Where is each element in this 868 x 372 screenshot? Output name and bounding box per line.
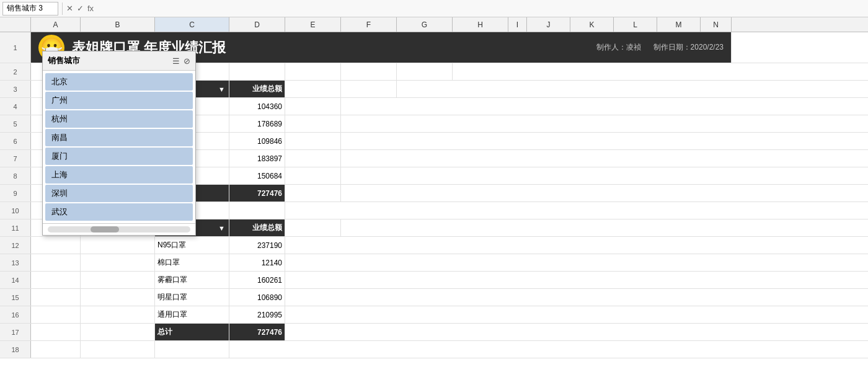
row-14: 14 雾霾口罩 160261 bbox=[0, 272, 868, 289]
corner-cell bbox=[0, 17, 31, 32]
grid-body: 1 😷 表姐牌口罩 年度业绩汇报 制作人：凌祯 制作日期：2020/2/23 2 bbox=[0, 32, 868, 372]
pivot1-filter-icon[interactable]: ▼ bbox=[218, 86, 225, 93]
col-header-d[interactable]: D bbox=[229, 17, 285, 32]
cell-e11[interactable] bbox=[285, 219, 341, 236]
row-num-14: 14 bbox=[0, 272, 31, 288]
fx-icon[interactable]: fx bbox=[87, 4, 94, 13]
pivot2-total-value: 727476 bbox=[229, 324, 285, 340]
pivot1-row1-value: 104360 bbox=[229, 98, 285, 115]
cell-b13[interactable] bbox=[81, 254, 155, 271]
cell-a14[interactable] bbox=[31, 272, 81, 288]
col-header-h[interactable]: H bbox=[453, 17, 508, 32]
slicer-multiselect-icon[interactable]: ☰ bbox=[172, 56, 180, 66]
pivot2-row2-name: 棉口罩 bbox=[155, 254, 229, 271]
col-header-e[interactable]: E bbox=[285, 17, 341, 32]
slicer-scrollbar-track[interactable] bbox=[48, 226, 190, 232]
row-num-9: 9 bbox=[0, 185, 31, 202]
row-num-16: 16 bbox=[0, 306, 31, 323]
slicer-item-shenzhen[interactable]: 深圳 bbox=[45, 185, 193, 202]
cell-reference-box[interactable]: 销售城市 3 bbox=[2, 2, 58, 16]
cell-f2[interactable] bbox=[341, 63, 397, 80]
col-header-b[interactable]: B bbox=[81, 17, 155, 32]
col-header-n[interactable]: N bbox=[701, 17, 732, 32]
column-header-row: A B C D E F G H I J K L M N bbox=[0, 17, 868, 32]
cell-b18[interactable] bbox=[81, 341, 155, 358]
cell-e4[interactable] bbox=[285, 98, 341, 115]
slicer-item-beijing[interactable]: 北京 bbox=[45, 73, 193, 91]
cancel-icon[interactable]: ✕ bbox=[66, 4, 73, 13]
pivot1-row2-value: 178689 bbox=[229, 115, 285, 132]
col-header-g[interactable]: G bbox=[397, 17, 453, 32]
cell-e7[interactable] bbox=[285, 150, 341, 167]
slicer-item-wuhan[interactable]: 武汉 bbox=[45, 203, 193, 221]
pivot1-col-header-total: 业绩总额 bbox=[229, 81, 285, 97]
pivot1-row3-value: 109846 bbox=[229, 133, 285, 149]
slicer-item-xiamen[interactable]: 厦门 bbox=[45, 148, 193, 165]
cell-b12[interactable] bbox=[81, 237, 155, 254]
cell-a13[interactable] bbox=[31, 254, 81, 271]
cell-b17[interactable] bbox=[81, 324, 155, 340]
pivot2-row4-name: 明星口罩 bbox=[155, 289, 229, 306]
cell-b15[interactable] bbox=[81, 289, 155, 306]
cell-a15[interactable] bbox=[31, 289, 81, 306]
row-16: 16 通用口罩 210995 bbox=[0, 306, 868, 324]
cell-g2[interactable] bbox=[397, 63, 453, 80]
slicer-item-shanghai[interactable]: 上海 bbox=[45, 166, 193, 184]
formula-bar: 销售城市 3 ✕ ✓ fx bbox=[0, 0, 868, 17]
row-num-4: 4 bbox=[0, 98, 31, 115]
cell-c18[interactable] bbox=[155, 341, 229, 358]
cell-d2[interactable] bbox=[229, 63, 285, 80]
confirm-icon[interactable]: ✓ bbox=[77, 4, 84, 13]
col-header-f[interactable]: F bbox=[341, 17, 397, 32]
cell-e2[interactable] bbox=[285, 63, 341, 80]
cell-d10[interactable] bbox=[229, 202, 285, 219]
col-header-l[interactable]: L bbox=[614, 17, 657, 32]
row-num-10: 10 bbox=[0, 202, 31, 219]
cell-a17[interactable] bbox=[31, 324, 81, 340]
slicer-item-hangzhou[interactable]: 杭州 bbox=[45, 110, 193, 128]
cell-e5[interactable] bbox=[285, 115, 341, 132]
cell-e3[interactable] bbox=[285, 81, 341, 97]
cell-e6[interactable] bbox=[285, 133, 341, 149]
pivot1-row4-value: 183897 bbox=[229, 150, 285, 167]
row-num-7: 7 bbox=[0, 150, 31, 167]
pivot2-filter-icon[interactable]: ▼ bbox=[218, 224, 225, 232]
col-header-c[interactable]: C bbox=[155, 17, 229, 32]
pivot2-row4-value: 106890 bbox=[229, 289, 285, 306]
cell-e8[interactable] bbox=[285, 167, 341, 184]
cell-a18[interactable] bbox=[31, 341, 81, 358]
cell-b14[interactable] bbox=[81, 272, 155, 288]
pivot2-row1-value: 237190 bbox=[229, 237, 285, 254]
pivot2-row2-value: 12140 bbox=[229, 254, 285, 271]
cell-b16[interactable] bbox=[81, 306, 155, 323]
cell-a12[interactable] bbox=[31, 237, 81, 254]
banner-right: 制作人：凌祯 制作日期：2020/2/23 bbox=[596, 42, 724, 53]
pivot1-row5-value: 150684 bbox=[229, 167, 285, 184]
cell-a16[interactable] bbox=[31, 306, 81, 323]
row-num-18: 18 bbox=[0, 341, 31, 358]
slicer-scrollbar-thumb[interactable] bbox=[91, 226, 119, 232]
pivot2-row1-name: N95口罩 bbox=[155, 237, 229, 254]
row-num-8: 8 bbox=[0, 167, 31, 184]
row-num-15: 15 bbox=[0, 289, 31, 306]
col-header-m[interactable]: M bbox=[657, 17, 701, 32]
col-header-k[interactable]: K bbox=[570, 17, 614, 32]
col-header-i[interactable]: I bbox=[508, 17, 527, 32]
slicer-scrollbar-area bbox=[43, 223, 195, 235]
slicer-items-list: 北京 广州 杭州 南昌 厦门 上海 深圳 武汉 bbox=[43, 71, 195, 223]
cell-f3[interactable] bbox=[341, 81, 397, 97]
pivot2-total-label: 总计 bbox=[155, 324, 229, 340]
cell-e9[interactable] bbox=[285, 185, 341, 202]
cell-ref-text: 销售城市 3 bbox=[7, 3, 43, 14]
row-num-3: 3 bbox=[0, 81, 31, 97]
slicer-item-guangzhou[interactable]: 广州 bbox=[45, 92, 193, 109]
slicer-item-nanchang[interactable]: 南昌 bbox=[45, 129, 193, 146]
slicer-title-bar: 销售城市 ☰ ⊘ bbox=[43, 51, 195, 71]
slicer-clear-icon[interactable]: ⊘ bbox=[184, 56, 190, 66]
col-header-j[interactable]: J bbox=[527, 17, 570, 32]
formula-input[interactable] bbox=[97, 2, 866, 16]
formula-bar-divider bbox=[62, 2, 63, 15]
row-num-6: 6 bbox=[0, 133, 31, 149]
slicer-panel[interactable]: 销售城市 ☰ ⊘ 北京 广州 杭州 南昌 厦门 上海 深圳 武汉 bbox=[42, 51, 196, 236]
col-header-a[interactable]: A bbox=[31, 17, 81, 32]
